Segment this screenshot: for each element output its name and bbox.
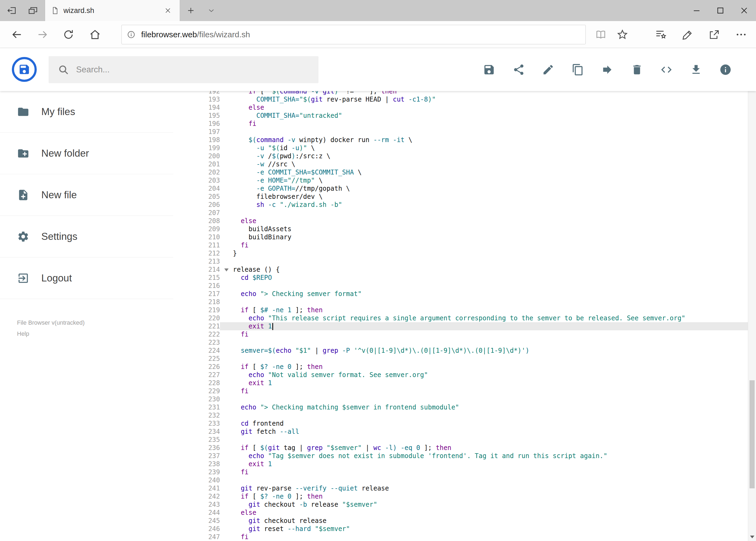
code-line[interactable]: 193 COMMIT_SHA="$(git rev-parse HEAD | c… <box>173 95 748 104</box>
code-line[interactable]: 244 else <box>173 509 748 517</box>
hub-button[interactable] <box>648 22 674 48</box>
copy-button[interactable] <box>569 61 587 78</box>
more-button[interactable] <box>728 22 754 48</box>
fold-gutter[interactable] <box>220 266 233 273</box>
code-line[interactable]: 220 echo "This release script requires a… <box>173 314 748 322</box>
code-editor[interactable]: 192 if [ "$(command -v git)" != "" ]; th… <box>173 91 748 541</box>
fold-gutter <box>220 395 233 403</box>
sidebar-item-settings[interactable]: Settings <box>0 216 173 258</box>
code-line[interactable]: 234 git fetch --all <box>173 427 748 436</box>
code-line[interactable]: 229 fi <box>173 387 748 395</box>
code-line[interactable]: 230 <box>173 395 748 403</box>
code-line[interactable]: 236 if [ $(git tag | grep "$semver" | wc… <box>173 444 748 452</box>
code-line[interactable]: 245 git checkout release <box>173 517 748 525</box>
code-line[interactable]: 195 COMMIT_SHA="untracked" <box>173 112 748 120</box>
code-line[interactable]: 203 -e HOME="//tmp" \ <box>173 176 748 185</box>
code-line[interactable]: 246 git reset --hard "$semver" <box>173 525 748 533</box>
new-tab-button[interactable] <box>182 0 199 21</box>
filebrowser-logo[interactable] <box>12 57 37 82</box>
download-button[interactable] <box>687 61 705 78</box>
code-line[interactable]: 198 $(command -v winpty) docker run --rm… <box>173 136 748 144</box>
move-button[interactable] <box>599 61 616 78</box>
code-line[interactable]: 201 -w //src \ <box>173 160 748 168</box>
code-line[interactable]: 224 semver=$(echo "$1" | grep -P '^v(0|[… <box>173 346 748 355</box>
code-line[interactable]: 226 if [ $? -ne 0 ]; then <box>173 363 748 371</box>
code-line[interactable]: 213 <box>173 258 748 266</box>
code-line[interactable]: 211 fi <box>173 241 748 249</box>
scrollbar-thumb[interactable] <box>750 380 755 488</box>
code-line[interactable]: 218 <box>173 298 748 306</box>
favorite-star-button[interactable] <box>610 22 635 48</box>
share-button[interactable] <box>510 61 527 78</box>
back-button[interactable] <box>4 22 30 48</box>
code-line[interactable]: 199 -u "$(id -u)" \ <box>173 144 748 152</box>
code-line[interactable]: 192 if [ "$(command -v git)" != "" ]; th… <box>173 91 748 95</box>
code-line[interactable]: 200 -v /$(pwd):/src:z \ <box>173 152 748 160</box>
close-tab-button[interactable] <box>162 5 174 16</box>
sidebar-item-new-file[interactable]: New file <box>0 174 173 216</box>
code-line[interactable]: 212} <box>173 249 748 258</box>
code-line[interactable]: 221 exit 1 <box>173 322 748 330</box>
code-line[interactable]: 239 fi <box>173 468 748 476</box>
refresh-button[interactable] <box>56 22 82 48</box>
minimize-button[interactable] <box>685 0 708 21</box>
code-line[interactable]: 206 sh -c "./wizard.sh -b" <box>173 201 748 209</box>
code-line[interactable]: 237 echo "Tag $semver does not exist in … <box>173 452 748 460</box>
code-line[interactable]: 233 cd frontend <box>173 419 748 427</box>
sidebar-item-my-files[interactable]: My files <box>0 91 173 133</box>
set-aside-tabs-button[interactable] <box>5 4 19 18</box>
code-line[interactable]: 205 filebrowser/dev \ <box>173 193 748 201</box>
annotate-button[interactable] <box>675 22 701 48</box>
code-line[interactable]: 219 if [ $# -ne 1 ]; then <box>173 306 748 314</box>
code-line[interactable]: 247 fi <box>173 533 748 541</box>
code-text: -v /$(pwd):/src:z \ <box>233 152 748 160</box>
share-page-button[interactable] <box>701 22 727 48</box>
code-line[interactable]: 228 exit 1 <box>173 379 748 387</box>
code-view-button[interactable] <box>658 61 675 78</box>
code-line[interactable]: 238 exit 1 <box>173 460 748 468</box>
edit-button[interactable] <box>540 61 557 78</box>
code-line[interactable]: 214release () { <box>173 266 748 273</box>
code-line[interactable]: 208 else <box>173 217 748 225</box>
maximize-button[interactable] <box>708 0 732 21</box>
code-line[interactable]: 240 <box>173 476 748 484</box>
delete-button[interactable] <box>629 61 645 78</box>
info-button[interactable] <box>717 61 734 78</box>
code-line[interactable]: 207 <box>173 209 748 217</box>
save-button[interactable] <box>480 61 498 78</box>
code-line[interactable]: 227 echo "Not valid semver format. See s… <box>173 371 748 379</box>
home-button[interactable] <box>82 22 108 48</box>
tab-list-button[interactable] <box>203 0 220 21</box>
forward-button[interactable] <box>30 22 56 48</box>
code-line[interactable]: 242 if [ $? -ne 0 ]; then <box>173 492 748 500</box>
code-line[interactable]: 215 cd $REPO <box>173 273 748 282</box>
code-line[interactable]: 222 fi <box>173 330 748 338</box>
search-box[interactable] <box>49 56 319 83</box>
code-line[interactable]: 231 echo "> Checking matching $semver in… <box>173 403 748 411</box>
browser-tab[interactable]: wizard.sh <box>45 0 180 21</box>
code-line[interactable]: 223 <box>173 338 748 346</box>
help-link[interactable]: Help <box>17 330 29 337</box>
code-line[interactable]: 197 <box>173 128 748 136</box>
sidebar-item-logout[interactable]: Logout <box>0 258 173 299</box>
code-line[interactable]: 232 <box>173 411 748 419</box>
code-line[interactable]: 209 buildAssets <box>173 225 748 233</box>
code-line[interactable]: 235 <box>173 436 748 444</box>
code-line[interactable]: 243 git checkout -b release "$semver" <box>173 500 748 509</box>
code-line[interactable]: 202 -e COMMIT_SHA=$COMMIT_SHA \ <box>173 168 748 176</box>
search-input[interactable] <box>76 65 316 75</box>
code-line[interactable]: 217 echo "> Checking semver format" <box>173 290 748 298</box>
code-line[interactable]: 225 <box>173 355 748 363</box>
code-line[interactable]: 196 fi <box>173 120 748 128</box>
close-window-button[interactable] <box>732 0 756 21</box>
code-line[interactable]: 241 git rev-parse --verify --quiet relea… <box>173 484 748 492</box>
search-icon <box>58 64 69 75</box>
code-line[interactable]: 194 else <box>173 104 748 112</box>
sidebar-item-new-folder[interactable]: New folder <box>0 133 173 174</box>
code-line[interactable]: 210 buildBinary <box>173 233 748 241</box>
scrollbar-down-arrow[interactable] <box>748 533 756 541</box>
tab-preview-button[interactable] <box>26 4 40 18</box>
code-line[interactable]: 216 <box>173 282 748 290</box>
code-line[interactable]: 204 -e GOPATH=//tmp/gopath \ <box>173 185 748 193</box>
address-bar[interactable]: filebrowser.web/files/wizard.sh <box>122 25 586 44</box>
